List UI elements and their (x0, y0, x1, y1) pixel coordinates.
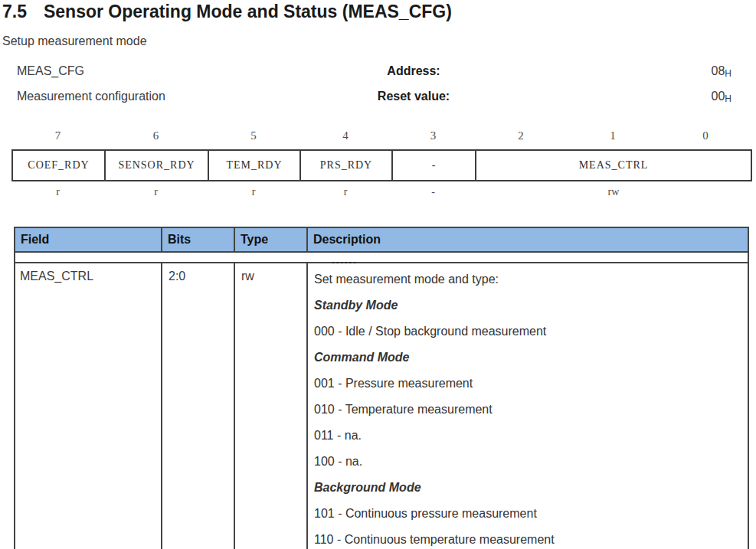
section-title: 7.5Sensor Operating Mode and Status (MEA… (2, 2, 452, 22)
bits-cell: 2:0 (162, 263, 235, 549)
description-line-background-mode: Background Mode (314, 475, 748, 501)
access-reserved: - (391, 185, 475, 200)
description-line: Set measurement mode and type: (314, 266, 748, 292)
description-line: 110 - Continuous temperature measurement (314, 527, 748, 549)
section-number: 7.5 (2, 2, 27, 21)
access-meas-ctrl: rw (475, 185, 752, 200)
register-info-row: Measurement configuration Reset value: 0… (17, 83, 731, 109)
ellipsis-row: ...... (15, 253, 748, 263)
description-line: 100 - na. (314, 449, 748, 475)
field-name-cell: MEAS_CTRL (15, 263, 162, 549)
bitfield-cell-coef-rdy: COEF_RDY (13, 151, 106, 180)
access-coef-rdy: r (11, 185, 104, 200)
bit-access-row: r r r r - rw (11, 185, 752, 200)
bitfield-cell-meas-ctrl: MEAS_CTRL (476, 151, 751, 180)
register-description: Measurement configuration (17, 83, 165, 109)
ellipsis-text: ...... (332, 256, 358, 264)
bit-number-0: 0 (659, 127, 752, 144)
bit-number-5: 5 (208, 127, 299, 144)
register-subtitle: Setup measurement mode (2, 34, 147, 48)
field-description-table: Field Bits Type Description ...... MEAS_… (14, 227, 749, 549)
reset-value-label: Reset value: (378, 83, 450, 109)
bitfield-cell-sensor-rdy: SENSOR_RDY (106, 151, 209, 180)
description-line: 101 - Continuous pressure measurement (314, 501, 748, 527)
reset-value-hex: 00 (712, 90, 725, 103)
column-header-field: Field (15, 228, 162, 251)
register-info-row: MEAS_CFG Address: 08H (17, 58, 731, 83)
section-heading-text: Sensor Operating Mode and Status (MEAS_C… (44, 2, 452, 21)
hex-suffix: H (725, 68, 731, 79)
bit-number-6: 6 (104, 127, 208, 144)
bitfield-cell-tem-rdy: TEM_RDY (209, 151, 301, 180)
description-line: 000 - Idle / Stop background measurement (314, 319, 748, 345)
description-cell: Set measurement mode and type: Standby M… (308, 263, 748, 549)
datasheet-page: 7.5Sensor Operating Mode and Status (MEA… (0, 0, 756, 549)
column-header-bits: Bits (162, 228, 235, 251)
description-line-command-mode: Command Mode (314, 345, 748, 371)
bit-number-3: 3 (391, 127, 475, 144)
type-cell: rw (235, 263, 308, 549)
access-prs-rdy: r (299, 185, 391, 200)
column-header-type: Type (235, 228, 308, 251)
table-header-row: Field Bits Type Description (15, 228, 748, 253)
bit-number-1: 1 (567, 127, 659, 144)
register-name: MEAS_CFG (17, 58, 84, 83)
description-line-standby-mode: Standby Mode (314, 292, 748, 319)
address-value: 08H (712, 58, 731, 87)
bitfield-diagram: COEF_RDY SENSOR_RDY TEM_RDY PRS_RDY - ME… (11, 149, 752, 181)
description-line: 010 - Temperature measurement (314, 397, 748, 423)
description-line: 001 - Pressure measurement (314, 371, 748, 397)
address-label: Address: (387, 58, 440, 83)
bit-number-2: 2 (475, 127, 567, 144)
hex-suffix: H (725, 93, 731, 104)
column-header-description: Description (308, 228, 748, 251)
description-line: 011 - na. (314, 423, 748, 449)
table-row: MEAS_CTRL 2:0 rw Set measurement mode an… (15, 263, 748, 549)
reset-value: 00H (712, 83, 731, 112)
access-sensor-rdy: r (104, 185, 208, 200)
bitfield-cell-prs-rdy: PRS_RDY (301, 151, 393, 180)
address-value-hex: 08 (712, 64, 725, 77)
bit-number-row: 7 6 5 4 3 2 1 0 (11, 127, 752, 144)
register-info: MEAS_CFG Address: 08H Measurement config… (17, 58, 731, 109)
bit-number-7: 7 (11, 127, 104, 144)
bitfield-cell-reserved: - (393, 151, 476, 180)
bit-number-4: 4 (299, 127, 391, 144)
access-tem-rdy: r (208, 185, 299, 200)
